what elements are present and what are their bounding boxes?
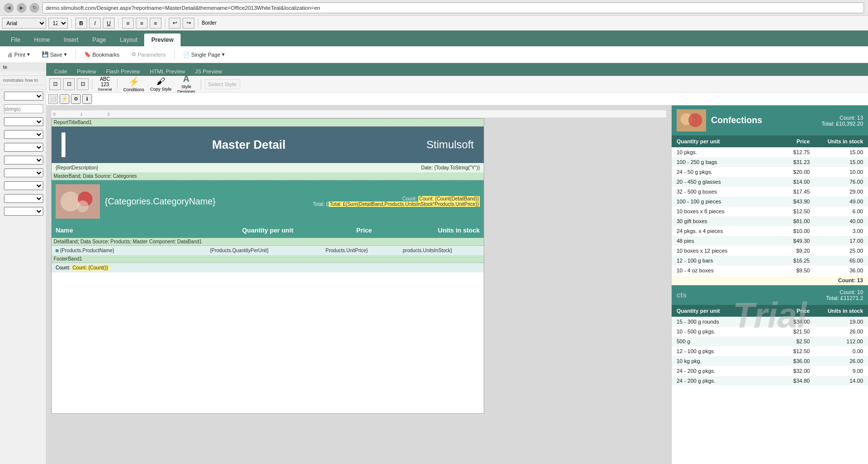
preview-col-qty2: Quantity per unit	[677, 308, 765, 314]
sidebar-select-2[interactable]	[4, 117, 43, 126]
sidebar-select-9[interactable]	[4, 207, 43, 216]
confections-thumb-svg	[677, 109, 706, 132]
tab-page[interactable]: Page	[85, 33, 113, 46]
report-logo: Stimulsoft	[426, 138, 474, 151]
sidebar-select-7[interactable]	[4, 181, 43, 190]
ribbon-toolbar: Arial 12 B I U ≡ ≡ ≡ ↩ ↪ Border	[0, 16, 868, 31]
category-image-svg	[56, 184, 100, 219]
divider1	[71, 18, 72, 28]
sidebar-select-3[interactable]	[4, 130, 43, 139]
tab-preview[interactable]: Preview	[144, 33, 180, 46]
grains-header: cts Count: 10 Total: £11271.2	[672, 285, 868, 305]
sidebar-select-6[interactable]	[4, 168, 43, 177]
price-cell: Products.UnitPrice}	[326, 248, 403, 253]
table-row: 500 g$2.50112.00	[672, 336, 868, 346]
font-size-select[interactable]: 12	[48, 18, 68, 29]
table-row: 20 - 450 g glasses$14.0076.00	[672, 177, 868, 187]
right-preview-panel: Confections Count: 13 Total: £10,392.20 …	[671, 105, 868, 464]
italic-button[interactable]: I	[89, 18, 101, 29]
copy-style-button[interactable]: 🖌 Copy Style	[150, 76, 172, 92]
align-top-btn[interactable]: ⊡	[63, 78, 75, 90]
table-row: 10 boxes x 12 pieces$9.2025.00	[672, 246, 868, 256]
icon-btn-3[interactable]: ⚙	[71, 94, 81, 104]
toolbar-div2	[117, 79, 118, 89]
align-right-button[interactable]: ≡	[150, 18, 161, 29]
bookmarks-button[interactable]: 🔖 Bookmarks	[81, 49, 123, 60]
design-toolbar: ⊡ ⊡ ⊡ ABC123General ⚡ Conditions 🖌 Copy …	[46, 76, 868, 93]
style-designer-button[interactable]: A Style Designer	[178, 74, 195, 94]
confections-total: Total: £10,392.20	[822, 121, 863, 127]
single-page-button[interactable]: 📄 Single Page ▾	[180, 49, 228, 60]
table-row: 100 - 250 g bags$31.2315.00	[672, 157, 868, 167]
confections-stats: Count: 13 Total: £10,392.20	[822, 115, 863, 127]
underline-button[interactable]: U	[103, 18, 115, 29]
align-top-left-btn[interactable]: ⊡	[49, 78, 61, 90]
col-stock-header: Units in stock	[403, 227, 480, 234]
detail-data-row: {Products.ProductName} {Products.Quantit…	[52, 246, 484, 255]
select-style-button[interactable]: Select Style	[205, 79, 240, 89]
tab-insert[interactable]: Insert	[57, 33, 85, 46]
confections-thumbnail	[677, 109, 706, 132]
table-row: 10 - 500 g pkgs.$21.5026.00	[672, 327, 868, 336]
action-bar: 🖨 Print ▾ 💾 Save ▾ 🔖 Bookmarks ⚙ Paramet…	[0, 46, 868, 63]
grains-stats: Count: 10 Total: £11271.2	[826, 289, 863, 301]
footer-count-row: Count: Count: {Count()}	[52, 263, 484, 272]
align-center-button[interactable]: ≡	[136, 18, 148, 29]
redo-button[interactable]: ↪	[183, 18, 194, 29]
table-row: 32 - 500 g boxes$17.4529.00	[672, 187, 868, 197]
sidebar-select-4[interactable]	[4, 143, 43, 152]
confections-footer-count: Count: 13	[672, 275, 868, 285]
category-name-field: {Categories.CategoryName}	[105, 197, 216, 207]
count-field: Count: Count: {Count(DetailBand)}	[313, 196, 480, 201]
tab-flash-preview[interactable]: Flash Preview	[101, 67, 145, 76]
font-family-select[interactable]: Arial	[2, 18, 46, 29]
undo-button[interactable]: ↩	[169, 18, 181, 29]
tab-code[interactable]: Code	[49, 67, 72, 76]
tab-layout[interactable]: Layout	[113, 33, 144, 46]
align-left-button[interactable]: ≡	[122, 18, 134, 29]
bold-button[interactable]: B	[75, 18, 87, 29]
icon-btn-4[interactable]: ℹ	[82, 94, 92, 104]
toolbar-div1	[92, 79, 93, 89]
table-row: 10 - 4 oz boxes$9.5036.00	[672, 265, 868, 275]
preview-col-price2: Price	[765, 308, 809, 314]
forward-button[interactable]: ▶	[17, 3, 27, 13]
refresh-icon: ↻	[32, 5, 36, 10]
back-button[interactable]: ◀	[4, 3, 14, 13]
print-button[interactable]: 🖨 Print ▾	[4, 49, 33, 60]
report-header: Master Detail Stimulsoft	[52, 127, 484, 163]
single-page-dropdown-icon: ▾	[222, 51, 225, 58]
url-input[interactable]	[42, 2, 864, 13]
sidebar-select-8[interactable]	[4, 194, 43, 203]
bookmarks-icon: 🔖	[84, 51, 91, 58]
canvas-area: 0 1 2 ReportTitleBand1 Master Detail Sti…	[46, 105, 671, 464]
tab-preview2[interactable]: Preview	[72, 67, 101, 76]
icon-btn-1[interactable]: ⬜	[48, 94, 58, 104]
sidebar-select-5[interactable]	[4, 156, 43, 165]
tab-file[interactable]: File	[4, 33, 27, 46]
master-stats: Count: Count: {Count(DetailBand)} Total:…	[313, 196, 480, 207]
table-row: 12 - 100 g pkgs$12.500.00	[672, 346, 868, 356]
tab-js-preview[interactable]: JS Preview	[190, 67, 227, 76]
category-image	[56, 184, 100, 219]
single-page-icon: 📄	[183, 51, 190, 58]
table-row: 100 - 100 g pieces$43.9049.00	[672, 197, 868, 206]
table-row: 15 - 300 g rounds$34.0019.00	[672, 317, 868, 327]
save-button[interactable]: 💾 Save ▾	[38, 49, 70, 60]
refresh-button[interactable]: ↻	[30, 3, 39, 13]
save-dropdown-icon: ▾	[64, 51, 67, 58]
icon-btn-2[interactable]: ⚡	[60, 94, 69, 104]
tab-home[interactable]: Home	[27, 33, 57, 46]
total-field: Total: £Total: £{Sum(DetailBand,Products…	[313, 201, 480, 207]
col-qty-header: Quantity per unit	[210, 227, 325, 234]
canvas-wrapper: 0 1 2 ReportTitleBand1 Master Detail Sti…	[46, 105, 868, 464]
parameters-button[interactable]: ⚙ Parameters	[128, 49, 169, 60]
browser-bar: ◀ ▶ ↻	[0, 0, 868, 16]
sidebar-input-strings[interactable]	[4, 104, 43, 113]
align-top-right-btn[interactable]: ⊡	[77, 78, 89, 90]
sidebar-select-1[interactable]	[4, 92, 43, 100]
grains-total: Total: £11271.2	[826, 295, 863, 301]
conditions-button[interactable]: ⚡ Conditions	[123, 76, 144, 92]
table-row: 12 - 100 g bars$16.2565.00	[672, 256, 868, 265]
table-row: 10 boxes x 8 pieces$12.506.00	[672, 206, 868, 216]
